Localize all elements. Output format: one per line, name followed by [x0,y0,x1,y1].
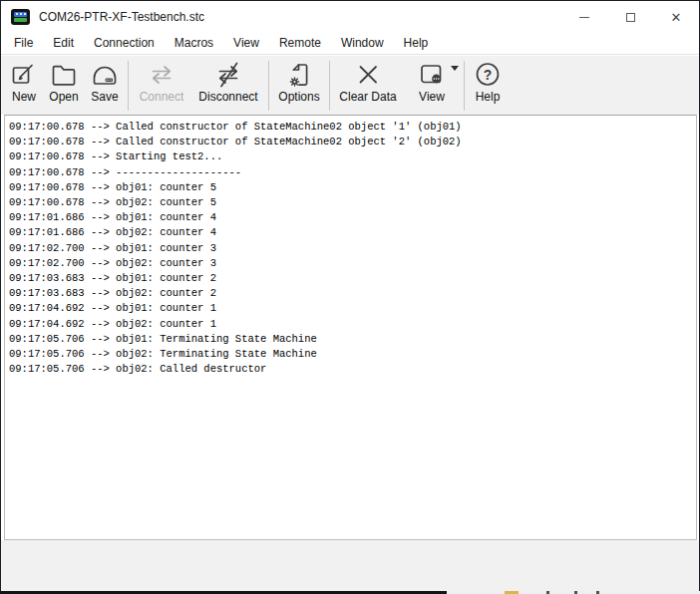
toolbar-separator [329,61,330,111]
help-question-icon: ? [473,61,503,89]
close-icon: ✕ [671,11,682,24]
new-button[interactable]: New [5,60,43,112]
toolbar-separator [464,61,465,111]
terminal-line: 09:17:00.678 --> -------------------- [9,165,696,180]
help-label: Help [476,90,501,104]
app-window: COM26-PTR-XF-Testbench.stc ✕ File Edit C… [0,0,700,591]
open-label: Open [49,90,78,104]
app-icon-screen [14,12,27,17]
menu-bar: File Edit Connection Macros View Remote … [1,33,699,55]
terminal-line: 09:17:03.683 --> obj02: counter 2 [9,286,696,301]
view-window-icon [417,61,447,89]
open-folder-icon [49,61,79,89]
options-label: Options [278,90,319,104]
clear-data-label: Clear Data [339,90,396,104]
connect-label: Connect [140,90,184,104]
view-dropdown-arrow-icon[interactable] [451,66,459,71]
title-bar: COM26-PTR-XF-Testbench.stc ✕ [1,1,699,33]
terminal-line: 09:17:01.686 --> obj01: counter 4 [9,210,696,225]
app-icon-keyboard [14,18,27,22]
view-label: View [419,90,445,104]
terminal-line: 09:17:04.692 --> obj02: counter 1 [9,317,696,332]
terminal-line: 09:17:05.706 --> obj02: Called destructo… [9,362,696,377]
clear-data-x-icon [353,61,383,89]
terminal-line: 09:17:01.686 --> obj02: counter 4 [9,225,696,240]
menu-macros[interactable]: Macros [165,33,223,54]
minimize-button[interactable] [561,1,607,33]
clear-data-button[interactable]: Clear Data [333,60,403,112]
new-label: New [12,90,36,104]
terminal-line: 09:17:00.678 --> Starting test2... [9,149,696,164]
menu-edit[interactable]: Edit [43,33,84,54]
maximize-button[interactable] [607,1,653,33]
toolbar: New Open Save Connect [1,56,699,115]
save-drive-icon [90,61,120,89]
terminal-line: 09:17:00.678 --> obj01: counter 5 [9,180,696,195]
status-bar: COM26 / 115200 8-N-1 Connected 00:02:19,… [1,540,699,591]
terminal-line: 09:17:00.678 --> Called constructor of S… [9,135,696,149]
window-controls: ✕ [561,1,699,33]
menu-file[interactable]: File [4,33,43,54]
disconnect-arrows-icon [213,61,243,89]
minimize-icon [579,17,589,18]
svg-text:?: ? [484,66,493,82]
menu-help[interactable]: Help [394,33,439,54]
new-file-icon [9,61,39,89]
save-label: Save [91,90,118,104]
menu-window[interactable]: Window [331,33,394,54]
view-button[interactable]: View [403,60,461,112]
toolbar-separator [128,61,129,111]
help-button[interactable]: ? Help [468,60,508,112]
terminal-line: 09:17:02.700 --> obj02: counter 3 [9,256,696,271]
close-button[interactable]: ✕ [653,1,699,33]
terminal-line: 09:17:04.692 --> obj01: counter 1 [9,301,696,316]
window-title: COM26-PTR-XF-Testbench.stc [39,10,204,24]
menu-view[interactable]: View [223,33,269,54]
terminal-line: 09:17:05.706 --> obj01: Terminating Stat… [9,332,696,347]
terminal-line: 09:17:00.678 --> Called constructor of S… [9,120,696,135]
save-button[interactable]: Save [85,60,125,112]
terminal-line: 09:17:05.706 --> obj02: Terminating Stat… [9,347,696,362]
maximize-icon [626,13,635,22]
connect-arrows-icon [147,61,176,89]
disconnect-button[interactable]: Disconnect [191,60,265,112]
options-gear-document-icon [284,61,314,89]
terminal-line: 09:17:02.700 --> obj01: counter 3 [9,241,696,256]
menu-connection[interactable]: Connection [84,33,165,54]
app-terminal-icon [11,9,30,25]
terminal-line: 09:17:03.683 --> obj01: counter 2 [9,271,696,286]
menu-remote[interactable]: Remote [269,33,331,54]
open-button[interactable]: Open [43,60,85,112]
terminal-output[interactable]: 09:17:00.678 --> Called constructor of S… [4,115,697,540]
options-button[interactable]: Options [272,60,326,112]
toolbar-separator [268,61,269,111]
connect-button[interactable]: Connect [132,60,191,112]
disconnect-label: Disconnect [198,90,257,104]
terminal-line: 09:17:00.678 --> obj02: counter 5 [9,195,696,210]
